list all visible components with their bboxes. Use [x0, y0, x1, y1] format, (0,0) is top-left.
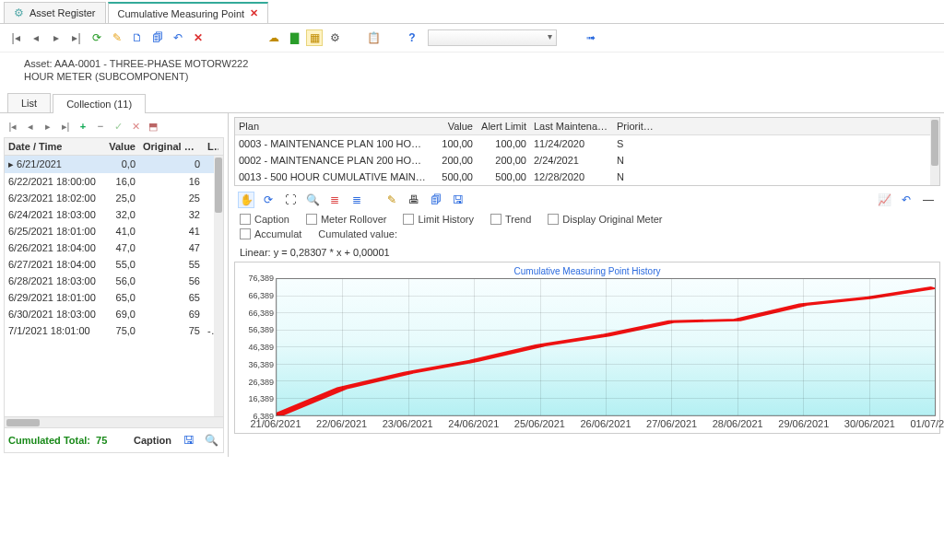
col-original-meter[interactable]: Original Meter — [139, 138, 204, 155]
col-plan-value[interactable]: Value — [432, 118, 477, 134]
grid-first-icon[interactable]: |◂ — [6, 119, 20, 134]
window-tabs: ⚙ Asset Register Cumulative Measuring Po… — [0, 0, 944, 24]
trend-checkbox[interactable]: Trend — [490, 214, 531, 225]
grid-row[interactable]: 6/29/2021 18:01:0065,065 — [5, 289, 223, 306]
chart-plot[interactable] — [276, 278, 936, 416]
asset-line: Asset: AAA-0001 - THREE-PHASE MOTORW222 — [24, 58, 935, 69]
grid-remove-icon[interactable]: − — [93, 119, 108, 134]
tab-asset-register[interactable]: ⚙ Asset Register — [4, 2, 106, 23]
scrollbar-horizontal[interactable] — [4, 417, 224, 428]
trend-formula: Linear: y = 0,28307 * x + 0,00001 — [234, 243, 940, 260]
settings-icon[interactable]: ⚙ — [326, 29, 343, 46]
grid-row[interactable]: 6/23/2021 18:02:0025,025 — [5, 190, 223, 206]
left-panel: |◂ ◂ ▸ ▸| + − ✓ ✕ ⬒ Date / Time Value Or… — [0, 113, 229, 457]
grid-row[interactable]: 6/24/2021 18:03:0032,032 — [5, 206, 223, 223]
plan-row[interactable]: 0003 - MAINTENANCE PLAN 100 HOURS ACCUM1… — [235, 135, 939, 152]
tab-label: Cumulative Measuring Point — [118, 8, 245, 19]
refresh-button[interactable]: ⟳ — [88, 29, 105, 46]
undo-chart-icon[interactable]: ↶ — [898, 192, 914, 208]
edit-chart-icon[interactable]: ✎ — [384, 192, 400, 208]
fullscreen-icon[interactable]: ⛶ — [282, 192, 299, 208]
plan-row[interactable]: 0002 - MAINTENANCE PLAN 200 HOURS ACCUM2… — [235, 152, 939, 169]
left-grid-toolbar: |◂ ◂ ▸ ▸| + − ✓ ✕ ⬒ — [4, 117, 224, 137]
col-li[interactable]: Li — [204, 138, 218, 155]
minimize-chart-icon[interactable]: — — [920, 192, 937, 208]
globe-icon[interactable]: ☁ — [266, 29, 282, 46]
grid-last-icon[interactable]: ▸| — [58, 119, 73, 134]
chart-options: Caption Meter Rollover Limit History Tre… — [234, 212, 940, 228]
grid-extra-icon[interactable]: ⬒ — [146, 119, 160, 134]
edit-button[interactable]: ✎ — [109, 29, 125, 46]
bars-blue-icon[interactable]: ≣ — [348, 192, 365, 208]
clipboard-icon[interactable]: 📋 — [365, 29, 382, 46]
chart-y-axis: 6,38916,38926,38936,38946,38956,38966,38… — [239, 278, 276, 416]
first-record-button[interactable]: |◂ — [7, 29, 24, 46]
next-record-button[interactable]: ▸ — [48, 29, 65, 46]
undo-button[interactable]: ↶ — [170, 29, 186, 46]
search-icon[interactable]: 🔍 — [203, 432, 219, 449]
display-original-meter-checkbox[interactable]: Display Original Meter — [548, 214, 662, 225]
plan-grid: Plan Value Alert Limit Last Maintenance … — [234, 117, 940, 186]
grid-row[interactable]: 6/22/2021 18:00:0016,016 — [5, 173, 223, 190]
col-plan[interactable]: Plan — [235, 118, 432, 134]
grid-row[interactable]: 6/26/2021 18:04:0047,047 — [5, 239, 223, 256]
cumulated-total-label: Cumulated Total: — [8, 435, 90, 446]
asset-info: Asset: AAA-0001 - THREE-PHASE MOTORW222 … — [0, 52, 944, 93]
grid-prev-icon[interactable]: ◂ — [23, 119, 38, 134]
chart-icon[interactable]: ▇ — [286, 29, 302, 46]
col-last-maintenance[interactable]: Last Maintenance — [530, 118, 613, 134]
last-record-button[interactable]: ▸| — [68, 29, 85, 46]
cumulated-total-bar: Cumulated Total: 75 Caption 🖫 🔍 — [4, 428, 224, 453]
grid-row[interactable]: 6/27/2021 18:04:0055,055 — [5, 256, 223, 273]
col-prioritize[interactable]: Prioritize — [613, 118, 659, 134]
prev-record-button[interactable]: ◂ — [28, 29, 44, 46]
chart-type-icon[interactable]: 📈 — [876, 192, 892, 208]
grid-accept-icon[interactable]: ✓ — [111, 119, 125, 134]
right-panel: Plan Value Alert Limit Last Maintenance … — [229, 113, 944, 457]
limit-history-checkbox[interactable]: Limit History — [403, 214, 474, 225]
scrollbar-vertical[interactable] — [214, 156, 223, 416]
caption-label: Caption — [134, 435, 171, 446]
col-alert-limit[interactable]: Alert Limit — [477, 118, 530, 134]
grid-next-icon[interactable]: ▸ — [41, 119, 55, 134]
refresh-chart-icon[interactable]: ⟳ — [260, 192, 277, 208]
caption-checkbox[interactable]: Caption — [240, 214, 289, 225]
plan-row[interactable]: 0013 - 500 HOUR CUMULATIVE MAINTENANCE I… — [235, 169, 939, 185]
grid-row[interactable]: 6/28/2021 18:03:0056,056 — [5, 273, 223, 289]
help-icon[interactable]: ? — [404, 29, 420, 46]
grid-row[interactable]: 6/30/2021 18:03:0069,069 — [5, 306, 223, 322]
chart-options-row2: Accumulat Cumulated value: — [234, 228, 940, 243]
plan-scrollbar[interactable] — [930, 118, 939, 185]
subtab-list[interactable]: List — [7, 93, 51, 112]
close-icon[interactable]: ✕ — [250, 7, 258, 19]
accumulated-checkbox[interactable]: Accumulat — [240, 228, 301, 239]
main-toolbar: |◂ ◂ ▸ ▸| ⟳ ✎ 🗋 🗐 ↶ ✕ ☁ ▇ ▦ ⚙ 📋 ? ➟ — [0, 24, 944, 52]
zoom-icon[interactable]: 🔍 — [304, 192, 321, 208]
asset-subline: HOUR METER (SUBCOMPONENT) — [24, 71, 935, 82]
grid-row[interactable]: 6/25/2021 18:01:0041,041 — [5, 223, 223, 239]
save-chart-icon[interactable]: 🖫 — [450, 192, 466, 208]
new-doc-button[interactable]: 🗋 — [129, 29, 146, 46]
grid-row[interactable]: ▸ 6/21/20210,00 — [5, 156, 223, 173]
bars-red-icon[interactable]: ≣ — [326, 192, 343, 208]
copy-chart-icon[interactable]: 🗐 — [428, 192, 444, 208]
grid-row[interactable]: 7/1/2021 18:01:0075,075-2 — [5, 322, 223, 339]
pan-hand-icon[interactable]: ✋ — [238, 192, 254, 208]
print-icon[interactable]: 🖶 — [406, 192, 422, 208]
delete-button[interactable]: ✕ — [190, 29, 206, 46]
save-icon[interactable]: 🖫 — [181, 432, 197, 449]
col-datetime[interactable]: Date / Time — [5, 138, 100, 155]
exit-icon[interactable]: ➟ — [583, 29, 599, 46]
copy-button[interactable]: 🗐 — [149, 29, 166, 46]
grid-cancel-icon[interactable]: ✕ — [128, 119, 143, 134]
grid-body: ▸ 6/21/20210,006/22/2021 18:00:0016,0166… — [4, 156, 224, 417]
toolbar-dropdown[interactable] — [428, 29, 557, 46]
meter-rollover-checkbox[interactable]: Meter Rollover — [306, 214, 387, 225]
col-value[interactable]: Value — [100, 138, 139, 155]
chart-toolbar: ✋ ⟳ ⛶ 🔍 ≣ ≣ ✎ 🖶 🗐 🖫 📈 ↶ — — [234, 186, 940, 212]
grid-add-icon[interactable]: + — [76, 119, 90, 134]
subtab-collection[interactable]: Collection (11) — [53, 94, 146, 113]
cumulated-total-value: 75 — [96, 435, 107, 446]
tab-cumulative-measuring-point[interactable]: Cumulative Measuring Point ✕ — [108, 2, 269, 23]
map-icon[interactable]: ▦ — [306, 29, 323, 46]
